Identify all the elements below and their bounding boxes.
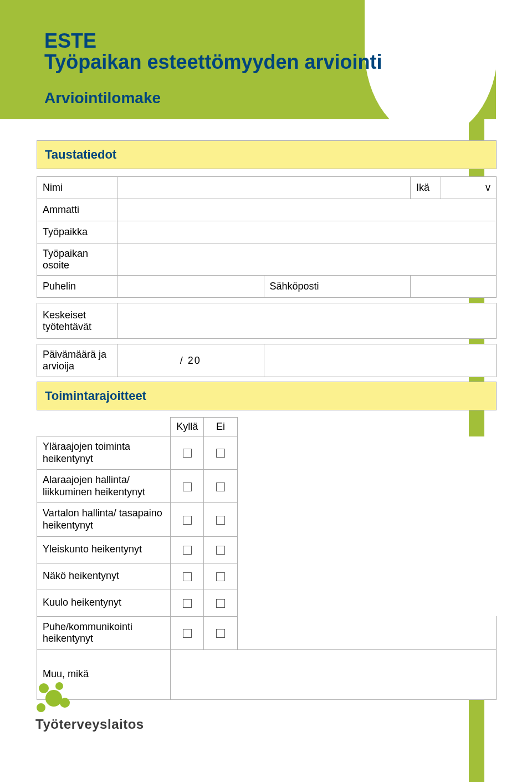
label-email: Sähköposti	[264, 276, 411, 298]
checkbox-no[interactable]	[204, 436, 237, 470]
checkbox-icon	[183, 572, 192, 581]
table-row: Vartalon hallinta/ tasapaino heikentynyt	[37, 503, 497, 536]
input-workplace[interactable]	[117, 221, 497, 243]
checkbox-no[interactable]	[204, 563, 237, 590]
checkbox-icon	[216, 516, 225, 525]
checkbox-icon	[216, 483, 225, 491]
table-row: Yläraajojen toiminta heikentynyt	[37, 436, 497, 470]
label-date-assessor: Päivämäärä ja arvioija	[37, 344, 117, 377]
input-phone[interactable]	[117, 276, 264, 298]
label-occupation: Ammatti	[37, 199, 117, 221]
checkbox-icon	[183, 516, 192, 525]
label-age: Ikä	[411, 177, 441, 199]
logo-icon	[35, 682, 74, 714]
table-row: Puhe/kommunikointi heikentynyt	[37, 616, 497, 649]
limitation-label: Näkö heikentynyt	[37, 563, 171, 590]
input-date[interactable]: / 20	[117, 344, 264, 377]
label-workplace: Työpaikka	[37, 221, 117, 243]
date-template: / 20	[180, 355, 201, 366]
input-occupation[interactable]	[117, 199, 497, 221]
input-email[interactable]	[411, 276, 497, 298]
age-unit: v	[485, 182, 490, 193]
checkbox-no[interactable]	[204, 536, 237, 563]
input-assessor[interactable]	[264, 344, 497, 377]
checkbox-no[interactable]	[204, 616, 237, 649]
background-table: Nimi Ikä v Ammatti Työpaikka Työpaikan o…	[37, 176, 497, 377]
checkbox-no[interactable]	[204, 470, 237, 503]
page-title-line1: ESTE	[44, 31, 382, 52]
limitations-table: Kyllä Ei Yläraajojen toiminta heikentyny…	[37, 417, 497, 700]
checkbox-icon	[183, 629, 192, 638]
col-header-no: Ei	[204, 418, 237, 436]
table-row: Yleiskunto heikentynyt	[37, 536, 497, 563]
checkbox-yes[interactable]	[171, 616, 204, 649]
checkbox-no[interactable]	[204, 503, 237, 536]
limitation-label: Puhe/kommunikointi heikentynyt	[37, 616, 171, 649]
limitation-label: Yleiskunto heikentynyt	[37, 536, 171, 563]
input-other[interactable]	[171, 649, 497, 699]
label-phone: Puhelin	[37, 276, 117, 298]
input-age[interactable]: v	[441, 177, 497, 199]
checkbox-icon	[216, 599, 225, 608]
checkbox-yes[interactable]	[171, 503, 204, 536]
checkbox-icon	[216, 572, 225, 581]
checkbox-no[interactable]	[204, 590, 237, 616]
input-name[interactable]	[117, 177, 411, 199]
limitation-label: Kuulo heikentynyt	[37, 590, 171, 616]
label-workplace-addr: Työpaikan osoite	[37, 243, 117, 276]
checkbox-icon	[216, 449, 225, 458]
checkbox-icon	[216, 546, 225, 555]
limitation-label: Alaraajojen hallinta/ liikkuminen heiken…	[37, 470, 171, 503]
header: ESTE Työpaikan esteettömyyden arviointi …	[44, 31, 382, 107]
col-header-yes: Kyllä	[171, 418, 204, 436]
checkbox-icon	[183, 449, 192, 458]
checkbox-yes[interactable]	[171, 590, 204, 616]
section-header-background: Taustatiedot	[37, 140, 497, 169]
table-row: Alaraajojen hallinta/ liikkuminen heiken…	[37, 470, 497, 503]
page-title-line2: Työpaikan esteettömyyden arviointi	[44, 52, 382, 73]
input-workplace-addr[interactable]	[117, 243, 497, 276]
input-tasks[interactable]	[117, 303, 497, 339]
checkbox-yes[interactable]	[171, 470, 204, 503]
footer-org-name: Työterveyslaitos	[35, 717, 144, 732]
label-name: Nimi	[37, 177, 117, 199]
checkbox-yes[interactable]	[171, 563, 204, 590]
limitation-label: Yläraajojen toiminta heikentynyt	[37, 436, 171, 470]
label-tasks: Keskeiset työtehtävät	[37, 303, 117, 339]
section-header-limitations: Toimintarajoitteet	[37, 382, 497, 410]
footer-logo: Työterveyslaitos	[35, 682, 144, 732]
table-row: Näkö heikentynyt	[37, 563, 497, 590]
checkbox-icon	[183, 483, 192, 491]
checkbox-icon	[183, 546, 192, 555]
table-row: Kuulo heikentynyt	[37, 590, 497, 616]
checkbox-yes[interactable]	[171, 536, 204, 563]
checkbox-icon	[216, 629, 225, 638]
limitation-label: Vartalon hallinta/ tasapaino heikentynyt	[37, 503, 171, 536]
checkbox-yes[interactable]	[171, 436, 204, 470]
page-subtitle: Arviointilomake	[44, 89, 382, 107]
checkbox-icon	[183, 599, 192, 608]
